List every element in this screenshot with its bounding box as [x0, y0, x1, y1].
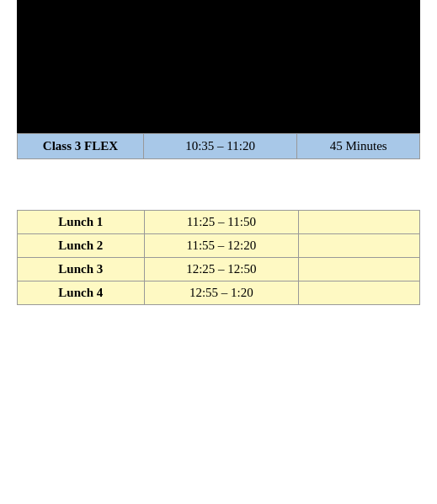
class-flex-row: Class 3 FLEX 10:35 – 11:20 45 Minutes: [18, 134, 420, 159]
lunch-1-extra: [299, 211, 420, 234]
table-row: Lunch 4 12:55 – 1:20: [18, 281, 420, 305]
lunch-1-time: 11:25 – 11:50: [144, 211, 299, 234]
lunch-2-extra: [299, 234, 420, 258]
class-flex-label: Class 3 FLEX: [18, 134, 144, 159]
table-row: Lunch 2 11:55 – 12:20: [18, 234, 420, 258]
class-flex-section: Class 3 FLEX 10:35 – 11:20 45 Minutes: [17, 133, 420, 159]
lunch-2-label: Lunch 2: [18, 234, 145, 258]
lunch-table: Lunch 1 11:25 – 11:50 Lunch 2 11:55 – 12…: [17, 210, 420, 305]
page-container: Class 3 FLEX 10:35 – 11:20 45 Minutes Lu…: [0, 0, 437, 504]
class-flex-time: 10:35 – 11:20: [143, 134, 297, 159]
class-flex-duration: 45 Minutes: [297, 134, 420, 159]
lunch-3-label: Lunch 3: [18, 258, 145, 281]
lunch-3-extra: [299, 258, 420, 281]
class-flex-table: Class 3 FLEX 10:35 – 11:20 45 Minutes: [17, 133, 420, 159]
table-row: Lunch 1 11:25 – 11:50: [18, 211, 420, 234]
lunch-4-label: Lunch 4: [18, 281, 145, 305]
lunch-2-time: 11:55 – 12:20: [144, 234, 299, 258]
lunch-section: Lunch 1 11:25 – 11:50 Lunch 2 11:55 – 12…: [17, 210, 420, 305]
top-black-bar: [17, 0, 420, 133]
lunch-4-extra: [299, 281, 420, 305]
lunch-4-time: 12:55 – 1:20: [144, 281, 299, 305]
lunch-3-time: 12:25 – 12:50: [144, 258, 299, 281]
table-row: Lunch 3 12:25 – 12:50: [18, 258, 420, 281]
lunch-1-label: Lunch 1: [18, 211, 145, 234]
